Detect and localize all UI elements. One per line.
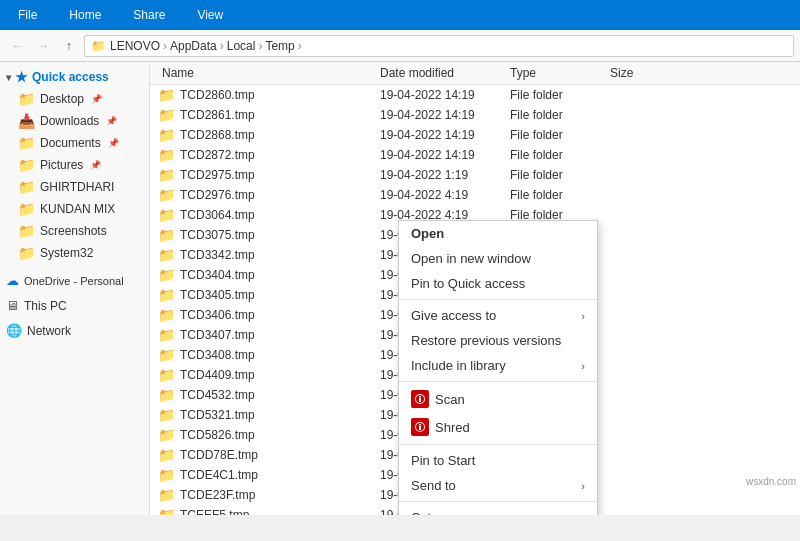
file-name-cell: 📁 TCD2861.tmp — [150, 107, 380, 123]
sidebar-item-onedrive[interactable]: ☁ OneDrive - Personal — [0, 270, 149, 291]
table-row[interactable]: 📁 TCD2872.tmp 19-04-2022 14:19 File fold… — [150, 145, 800, 165]
sidebar-item-kundan[interactable]: 📁 KUNDAN MIX — [0, 198, 149, 220]
folder-icon: 📁 — [158, 467, 175, 483]
table-row[interactable]: 📁 TCD2861.tmp 19-04-2022 14:19 File fold… — [150, 105, 800, 125]
folder-icon: 📁 — [158, 147, 175, 163]
table-row[interactable]: 📁 TCD2975.tmp 19-04-2022 1:19 File folde… — [150, 165, 800, 185]
path-temp: Temp — [265, 39, 294, 53]
col-name-header: Name — [150, 66, 380, 80]
file-name-cell: 📁 TCDD78E.tmp — [150, 447, 380, 463]
folder-icon: 📁 — [158, 267, 175, 283]
ghirtdhari-label: GHIRTDHARI — [40, 180, 114, 194]
folder-icon: 📁 — [158, 187, 175, 203]
file-type-cell: File folder — [510, 188, 610, 202]
file-menu-tab[interactable]: File — [8, 4, 47, 26]
cm-cut[interactable]: Cut — [399, 505, 597, 515]
sidebar-item-system32[interactable]: 📁 System32 — [0, 242, 149, 264]
sidebar-item-desktop[interactable]: 📁 Desktop 📌 — [0, 88, 149, 110]
cm-open-new-window[interactable]: Open in new window — [399, 246, 597, 271]
desktop-folder-icon: 📁 — [18, 91, 35, 107]
file-name-label: TCD2860.tmp — [180, 88, 255, 102]
file-name-cell: 📁 TCD5826.tmp — [150, 427, 380, 443]
this-pc-label: This PC — [24, 299, 67, 313]
cm-open-new-window-label: Open in new window — [411, 251, 531, 266]
cm-sep-2 — [399, 381, 597, 382]
onedrive-label: OneDrive - Personal — [24, 275, 124, 287]
sidebar-item-this-pc[interactable]: 🖥 This PC — [0, 295, 149, 316]
cm-include-library[interactable]: Include in library › — [399, 353, 597, 378]
title-bar: File Home Share View — [0, 0, 800, 30]
downloads-label: Downloads — [40, 114, 99, 128]
folder-icon: 📁 — [158, 407, 175, 423]
folder-icon: 📁 — [158, 287, 175, 303]
cm-scan[interactable]: Scan — [399, 385, 597, 413]
path-local: Local — [227, 39, 256, 53]
desktop-pin-icon: 📌 — [91, 94, 102, 104]
pictures-label: Pictures — [40, 158, 83, 172]
onedrive-icon: ☁ — [6, 273, 19, 288]
path-appdata: AppData — [170, 39, 217, 53]
sidebar-item-pictures[interactable]: 📁 Pictures 📌 — [0, 154, 149, 176]
sidebar-item-screenshots[interactable]: 📁 Screenshots — [0, 220, 149, 242]
kundan-icon: 📁 — [18, 201, 35, 217]
sidebar-item-network[interactable]: 🌐 Network — [0, 320, 149, 341]
file-name-cell: 📁 TCD3404.tmp — [150, 267, 380, 283]
file-name-label: TCD5321.tmp — [180, 408, 255, 422]
col-type-header: Type — [510, 66, 610, 80]
this-pc-icon: 🖥 — [6, 298, 19, 313]
file-name-cell: 📁 TCD2975.tmp — [150, 167, 380, 183]
cm-include-library-label: Include in library — [411, 358, 506, 373]
file-name-label: TCD2861.tmp — [180, 108, 255, 122]
address-path[interactable]: 📁 LENOVO › AppData › Local › Temp › — [84, 35, 794, 57]
file-type-cell: File folder — [510, 148, 610, 162]
table-row[interactable]: 📁 TCD2860.tmp 19-04-2022 14:19 File fold… — [150, 85, 800, 105]
file-type-cell: File folder — [510, 168, 610, 182]
cm-restore-prev-label: Restore previous versions — [411, 333, 561, 348]
cm-pin-start-label: Pin to Start — [411, 453, 475, 468]
folder-icon: 📁 — [158, 167, 175, 183]
sidebar-item-documents[interactable]: 📁 Documents 📌 — [0, 132, 149, 154]
up-button[interactable]: ↑ — [58, 35, 80, 57]
scan-icon — [411, 390, 429, 408]
view-tab[interactable]: View — [187, 4, 233, 26]
pictures-pin-icon: 📌 — [90, 160, 101, 170]
file-name-cell: 📁 TCDE4C1.tmp — [150, 467, 380, 483]
file-name-label: TCD2975.tmp — [180, 168, 255, 182]
cm-open[interactable]: Open — [399, 221, 597, 246]
file-list[interactable]: Name Date modified Type Size 📁 TCD2860.t… — [150, 62, 800, 515]
folder-icon: 📁 — [158, 87, 175, 103]
cm-give-access[interactable]: Give access to › — [399, 303, 597, 328]
file-name-cell: 📁 TCD3408.tmp — [150, 347, 380, 363]
quick-access-header[interactable]: ▾ ★ Quick access — [0, 66, 149, 88]
sidebar-item-downloads[interactable]: 📥 Downloads 📌 — [0, 110, 149, 132]
share-tab[interactable]: Share — [123, 4, 175, 26]
cm-send-to[interactable]: Send to › — [399, 473, 597, 498]
folder-icon: 📁 — [158, 447, 175, 463]
cm-pin-quick-access[interactable]: Pin to Quick access — [399, 271, 597, 296]
downloads-pin-icon: 📌 — [106, 116, 117, 126]
file-date-cell: 19-04-2022 4:19 — [380, 188, 510, 202]
cm-sep-1 — [399, 299, 597, 300]
file-name-cell: 📁 TCD5321.tmp — [150, 407, 380, 423]
context-menu: Open Open in new window Pin to Quick acc… — [398, 220, 598, 515]
cm-pin-start[interactable]: Pin to Start — [399, 448, 597, 473]
folder-icon: 📁 — [158, 327, 175, 343]
file-name-label: TCD4532.tmp — [180, 388, 255, 402]
cm-shred[interactable]: Shred — [399, 413, 597, 441]
folder-icon: 📁 — [158, 207, 175, 223]
forward-button[interactable]: → — [32, 35, 54, 57]
cm-pin-quick-access-label: Pin to Quick access — [411, 276, 525, 291]
back-button[interactable]: ← — [6, 35, 28, 57]
screenshots-icon: 📁 — [18, 223, 35, 239]
cm-include-library-arrow: › — [581, 360, 585, 372]
sidebar-item-ghirtdhari[interactable]: 📁 GHIRTDHARI — [0, 176, 149, 198]
cm-open-label: Open — [411, 226, 444, 241]
cm-restore-prev[interactable]: Restore previous versions — [399, 328, 597, 353]
table-row[interactable]: 📁 TCD2976.tmp 19-04-2022 4:19 File folde… — [150, 185, 800, 205]
cm-sep-4 — [399, 501, 597, 502]
file-name-cell: 📁 TCD3075.tmp — [150, 227, 380, 243]
file-name-label: TCD3064.tmp — [180, 208, 255, 222]
home-tab[interactable]: Home — [59, 4, 111, 26]
file-name-label: TCDD78E.tmp — [180, 448, 258, 462]
table-row[interactable]: 📁 TCD2868.tmp 19-04-2022 14:19 File fold… — [150, 125, 800, 145]
